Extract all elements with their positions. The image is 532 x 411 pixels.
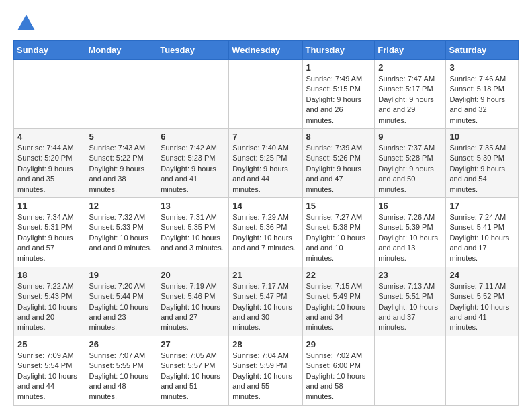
sunrise-text: Sunrise: 7:42 AM [161,144,217,152]
cell-content: Sunrise: 7:37 AMSunset: 5:28 PMDaylight:… [378,143,442,195]
calendar-cell: 9Sunrise: 7:37 AMSunset: 5:28 PMDaylight… [375,128,446,197]
daylight-minutes: and and 34 minutes. [306,313,343,331]
calendar-cell: 1Sunrise: 7:49 AMSunset: 5:15 PMDaylight… [302,60,375,129]
sunrise-text: Sunrise: 7:24 AM [449,213,506,221]
day-number: 7 [232,132,298,142]
daylight-label: Daylight: 9 hours [306,165,362,173]
logo [13,13,36,34]
cell-content: Sunrise: 7:26 AMSunset: 5:39 PMDaylight:… [378,212,442,264]
daylight-minutes: and and 41 minutes. [449,313,486,331]
sunrise-text: Sunrise: 7:15 AM [306,282,363,290]
calendar-cell: 14Sunrise: 7:29 AMSunset: 5:36 PMDayligh… [229,197,302,267]
day-number: 26 [89,339,153,349]
cell-content: Sunrise: 7:04 AMSunset: 5:59 PMDaylight:… [232,351,298,402]
daylight-minutes: and and 10 minutes. [306,244,343,262]
daylight-minutes: and and 27 minutes. [161,313,197,331]
daylight-minutes: and and 30 minutes. [232,313,269,331]
sunset-text: Sunset: 5:22 PM [89,154,143,162]
cell-content: Sunrise: 7:44 AMSunset: 5:20 PMDaylight:… [17,143,81,195]
calendar-cell: 15Sunrise: 7:27 AMSunset: 5:38 PMDayligh… [302,197,375,267]
sunrise-text: Sunrise: 7:27 AM [306,213,363,221]
sunrise-text: Sunrise: 7:26 AM [378,213,435,221]
daylight-label: Daylight: 10 hours [306,372,366,380]
daylight-minutes: and and 13 minutes. [378,244,415,262]
sunrise-text: Sunrise: 7:32 AM [89,213,145,221]
cell-content: Sunrise: 7:17 AMSunset: 5:47 PMDaylight:… [232,281,298,333]
day-number: 21 [232,270,298,280]
calendar-cell: 4Sunrise: 7:44 AMSunset: 5:20 PMDaylight… [14,128,85,197]
sunrise-text: Sunrise: 7:11 AM [449,282,506,290]
cell-content: Sunrise: 7:29 AMSunset: 5:36 PMDaylight:… [232,212,298,254]
sunrise-text: Sunrise: 7:17 AM [232,282,289,290]
day-number: 28 [232,339,298,349]
daylight-minutes: and and 38 minutes. [89,175,126,193]
calendar-cell [14,60,85,129]
day-number: 27 [161,339,225,349]
daylight-minutes: and and 35 minutes. [17,175,54,193]
sunset-text: Sunset: 5:17 PM [378,85,433,93]
col-header-saturday: Saturday [446,41,519,60]
sunrise-text: Sunrise: 7:05 AM [161,351,217,359]
cell-content: Sunrise: 7:11 AMSunset: 5:52 PMDaylight:… [449,281,515,333]
calendar-cell: 7Sunrise: 7:40 AMSunset: 5:25 PMDaylight… [229,128,302,197]
cell-content: Sunrise: 7:35 AMSunset: 5:30 PMDaylight:… [449,143,515,195]
daylight-minutes: and and 44 minutes. [232,175,269,193]
daylight-label: Daylight: 9 hours [161,165,216,173]
sunrise-text: Sunrise: 7:37 AM [378,144,435,152]
calendar-cell: 22Sunrise: 7:15 AMSunset: 5:49 PMDayligh… [302,267,375,336]
calendar-cell: 24Sunrise: 7:11 AMSunset: 5:52 PMDayligh… [446,267,519,336]
day-number: 17 [449,201,515,211]
cell-content: Sunrise: 7:09 AMSunset: 5:54 PMDaylight:… [17,351,81,402]
col-header-friday: Friday [375,41,446,60]
sunset-text: Sunset: 5:25 PM [232,154,287,162]
sunset-text: Sunset: 5:41 PM [449,223,504,231]
cell-content: Sunrise: 7:24 AMSunset: 5:41 PMDaylight:… [449,212,515,264]
daylight-label: Daylight: 10 hours [306,234,366,242]
daylight-label: Daylight: 10 hours [232,372,292,380]
sunset-text: Sunset: 5:57 PM [161,361,215,369]
daylight-minutes: and and 0 minutes. [89,244,152,252]
sunset-text: Sunset: 5:44 PM [89,292,143,300]
sunset-text: Sunset: 5:33 PM [89,223,143,231]
calendar-cell: 10Sunrise: 7:35 AMSunset: 5:30 PMDayligh… [446,128,519,197]
day-number: 5 [89,132,153,142]
day-number: 25 [17,339,81,349]
cell-content: Sunrise: 7:47 AMSunset: 5:17 PMDaylight:… [378,74,442,126]
svg-marker-0 [17,15,35,30]
calendar-cell: 11Sunrise: 7:34 AMSunset: 5:31 PMDayligh… [14,197,85,267]
daylight-minutes: and and 3 minutes. [161,244,224,252]
daylight-label: Daylight: 9 hours [17,165,73,173]
sunset-text: Sunset: 5:54 PM [17,361,72,369]
week-row-1: 1Sunrise: 7:49 AMSunset: 5:15 PMDaylight… [14,60,519,129]
calendar-cell: 18Sunrise: 7:22 AMSunset: 5:43 PMDayligh… [14,267,85,336]
daylight-minutes: and and 48 minutes. [89,382,126,400]
daylight-label: Daylight: 10 hours [378,234,438,242]
calendar-cell: 25Sunrise: 7:09 AMSunset: 5:54 PMDayligh… [14,336,85,405]
daylight-label: Daylight: 10 hours [89,372,148,380]
day-number: 14 [232,201,298,211]
day-number: 18 [17,270,81,280]
day-number: 11 [17,201,81,211]
calendar-cell: 5Sunrise: 7:43 AMSunset: 5:22 PMDaylight… [85,128,157,197]
daylight-label: Daylight: 10 hours [161,303,220,311]
calendar-cell: 20Sunrise: 7:19 AMSunset: 5:46 PMDayligh… [157,267,229,336]
day-number: 15 [306,201,371,211]
calendar-cell: 19Sunrise: 7:20 AMSunset: 5:44 PMDayligh… [85,267,157,336]
daylight-label: Daylight: 9 hours [449,165,505,173]
daylight-label: Daylight: 9 hours [17,234,73,242]
sunrise-text: Sunrise: 7:07 AM [89,351,145,359]
sunset-text: Sunset: 5:28 PM [378,154,433,162]
sunrise-text: Sunrise: 7:04 AM [232,351,289,359]
daylight-label: Daylight: 9 hours [378,95,434,103]
sunrise-text: Sunrise: 7:44 AM [17,144,74,152]
daylight-minutes: and and 54 minutes. [449,175,486,193]
day-number: 9 [378,132,442,142]
sunrise-text: Sunrise: 7:35 AM [449,144,506,152]
cell-content: Sunrise: 7:07 AMSunset: 5:55 PMDaylight:… [89,351,153,402]
day-number: 22 [306,270,371,280]
calendar-cell: 3Sunrise: 7:46 AMSunset: 5:18 PMDaylight… [446,60,519,129]
daylight-minutes: and and 47 minutes. [306,175,343,193]
daylight-label: Daylight: 9 hours [306,95,362,103]
calendar-cell: 29Sunrise: 7:02 AMSunset: 6:00 PMDayligh… [302,336,375,405]
week-row-5: 25Sunrise: 7:09 AMSunset: 5:54 PMDayligh… [14,336,519,405]
